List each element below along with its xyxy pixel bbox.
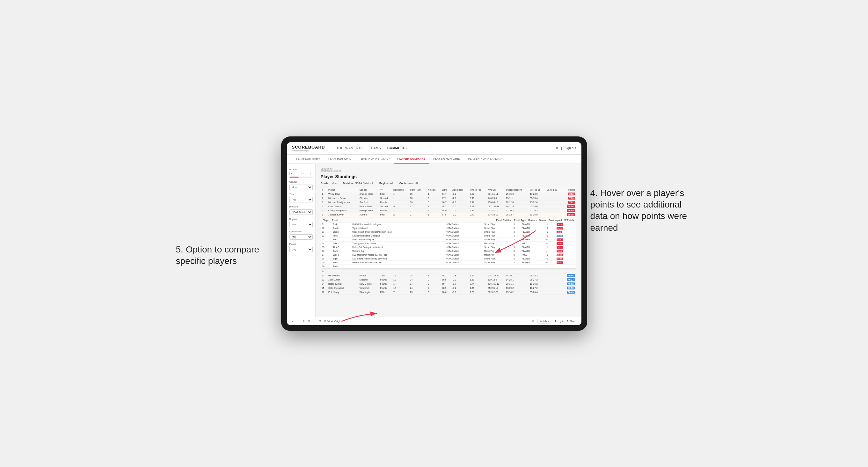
separator: | — [561, 146, 562, 150]
tooltip-table-row: 15 Alex C Fallen Oak Collegiate Invitati… — [321, 245, 576, 249]
conference-label: Conference — [289, 230, 313, 233]
tooltip-row-container: Player Event Event Division Event Type R… — [321, 217, 576, 269]
nav-tournaments[interactable]: TOURNAMENTS — [336, 145, 363, 151]
table-row: 3 Michael Thorbjornsen Stanford Fourth 1… — [321, 200, 576, 204]
refresh-button[interactable]: ⟳ — [303, 320, 305, 322]
sign-out-link[interactable]: Sign out — [564, 146, 576, 150]
tooltip-table-row: 9 Jacks UNCW Seahawk Intercollegiate NCA… — [321, 222, 576, 226]
annotation-bottom-left: 5. Option to compare specific players — [176, 244, 272, 267]
table-row: 24 Bastien Amat New Mexico Fourth 1 27 2… — [321, 282, 576, 286]
sub-nav: TEAM SUMMARY TEAM H2H GRID TEAM H2H HEAT… — [287, 155, 582, 164]
eye-icon: 👁 — [532, 320, 534, 322]
undo-button[interactable]: ↩ — [292, 320, 294, 322]
chevron-down-icon: ▾ — [548, 320, 549, 322]
app-logo: SCOREBOARD — [292, 145, 325, 150]
no-rds-row: - — [289, 172, 313, 175]
redo-button[interactable]: ↪ — [298, 320, 300, 322]
filter-region: Region: All — [379, 182, 393, 185]
sub-nav-team-h2h-heatmap[interactable]: TEAM H2H HEATMAP — [355, 155, 394, 163]
division-select[interactable]: NCAA Division I — [289, 210, 313, 215]
section-title: Player Standings — [321, 174, 576, 179]
standings-table: # Player School Yr Reg Rank Conf Rank No… — [321, 188, 576, 294]
year-label: Year — [289, 193, 313, 195]
sub-nav-player-h2h-grid[interactable]: PLAYER H2H GRID — [429, 155, 464, 163]
tooltip-header: Player Event Event Division Event Type R… — [321, 218, 576, 222]
outer-wrapper: 4. Hover over a player's points to see a… — [259, 136, 610, 331]
nav-teams[interactable]: TEAMS — [369, 145, 381, 151]
tooltip-table-row: 10 Gordc Tiger Invitational NCAA Divisio… — [321, 226, 576, 230]
sub-nav-player-h2h-heatmap[interactable]: PLAYER H2H HEATMAP — [464, 155, 505, 163]
filter-conference: Conference: All — [399, 182, 418, 185]
points-badge-active[interactable]: 58.18 — [567, 213, 575, 216]
sub-nav-player-summary[interactable]: PLAYER SUMMARY — [394, 155, 430, 163]
tooltip-section: Player Event Event Division Event Type R… — [321, 218, 576, 269]
points-badge[interactable]: 40.68 — [567, 274, 575, 277]
table-row: 23 Jack Lundin Missouri Fourth 11 24 0 8… — [321, 278, 576, 282]
tooltip-table-row: 20 Tuch; — [321, 264, 576, 268]
share-icon: ⬆ — [566, 320, 568, 322]
nav-items: TOURNAMENTS TEAMS COMMITTEE — [336, 145, 548, 151]
main-content: No Rds. - Gender Men Women Year — [287, 164, 582, 317]
download-icon[interactable]: ⬇ — [554, 320, 557, 322]
clock-icon[interactable]: ⏱ — [318, 320, 321, 322]
table-row: 26 Petr Hruby Washington Fifth 7 23 0 68… — [321, 290, 576, 294]
points-badge[interactable]: 88.2 — [568, 192, 575, 195]
player-select[interactable]: (All) — [289, 247, 313, 252]
settings-icon: ⚙ — [556, 146, 558, 150]
points-badge[interactable]: 68.94 — [567, 205, 575, 208]
year-select[interactable]: (All) — [289, 197, 313, 203]
table-row: 25 Cole Sherwood Vanderbilt Fourth 12 24… — [321, 286, 576, 290]
filters-row: Gender: Men Division: NCAA Division I Re… — [321, 182, 576, 185]
feedback-icon[interactable]: 💬 — [560, 320, 563, 322]
points-badge[interactable]: 70.2 — [568, 201, 575, 204]
points-badge[interactable]: 38.49 — [567, 291, 575, 293]
points-badge[interactable]: 40.27 — [567, 278, 575, 281]
points-badge[interactable]: 39.95 — [567, 287, 575, 289]
points-badge[interactable]: 60.89 — [567, 209, 575, 212]
content-area: Update time: 27/01/2024 16:56:26 Player … — [316, 164, 582, 317]
tablet-frame: SCOREBOARD Powered by clippi TOURNAMENTS… — [281, 136, 587, 331]
tooltip-table: 9 Jacks UNCW Seahawk Intercollegiate NCA… — [321, 222, 576, 269]
points-badge[interactable]: 40.02 — [567, 282, 575, 285]
table-row: 22 Ian Gilligan Florida Third 10 24 1 68… — [321, 274, 576, 278]
view-original-button[interactable]: ⊞ View: Original — [324, 320, 343, 322]
region-select[interactable]: N/A — [289, 222, 313, 227]
copy-button[interactable]: ⧉ — [308, 319, 310, 322]
tooltip-table-row: 19 Mattr Mirabel Maui Jim Intercollegiat… — [321, 260, 576, 264]
sub-nav-team-summary[interactable]: TEAM SUMMARY — [292, 155, 324, 163]
tooltip-table-row: 14 Jake I The Cypress Point Classic NCAA… — [321, 241, 576, 245]
slider-track[interactable] — [289, 177, 313, 178]
table-row: 4 Luke Clanton Florida State Second 5 27… — [321, 204, 576, 209]
no-rds-label: No Rds. — [289, 168, 313, 170]
division-label: Division — [289, 206, 313, 208]
header-right: ⚙ | Sign out — [556, 146, 576, 150]
tooltip-table-row: 11 Brend Wake Forest Invitational at Pin… — [321, 230, 576, 234]
annotation-top-right: 4. Hover over a player's points to see a… — [590, 187, 699, 234]
filter-gender: Gender: Men — [321, 182, 337, 185]
tooltip-table-row: 18 Tiger SEC Stroke Play hosted by Jerry… — [321, 257, 576, 260]
table-row: 1 Wenyi Ding Arizona State First 1 15 1 … — [321, 192, 576, 196]
table-row: 21 — [321, 269, 576, 274]
powered-by: Powered by clippi — [292, 150, 325, 152]
player-label: Player — [289, 243, 313, 245]
gender-select[interactable]: Men Women — [289, 185, 313, 190]
logo-area: SCOREBOARD Powered by clippi — [292, 145, 325, 152]
no-rds-from-input[interactable] — [289, 172, 298, 175]
slider-fill — [289, 177, 299, 178]
share-button[interactable]: ⬆ Share — [566, 320, 576, 322]
tablet-screen: SCOREBOARD Powered by clippi TOURNAMENTS… — [287, 142, 582, 325]
table-row: 2 Michael La Sasso Ole Miss Second 1 18 … — [321, 196, 576, 200]
tooltip-table-row: 12 Pitch Southern Highlands Collegiate N… — [321, 234, 576, 238]
nav-committee[interactable]: COMMITTEE — [387, 145, 408, 151]
more-button[interactable]: ··· — [313, 320, 316, 322]
sidebar: No Rds. - Gender Men Women Year — [287, 164, 316, 317]
tooltip-table-row: 13 Marc Amer Am Intercollegiate NCAA Div… — [321, 238, 576, 241]
watch-button[interactable]: Watch ▾ — [537, 319, 551, 323]
sub-nav-team-h2h-grid[interactable]: TEAM H2H GRID — [324, 155, 355, 163]
conference-select[interactable]: (All) — [289, 234, 313, 240]
points-badge[interactable]: 76.3 — [568, 197, 575, 199]
bottom-toolbar: ↩ ↪ ⟳ ⧉ ··· ⏱ ⊞ View: Original 👁 Watch ▾… — [287, 317, 582, 325]
grid-icon: ⊞ — [324, 320, 327, 322]
app-header: SCOREBOARD Powered by clippi TOURNAMENTS… — [287, 142, 582, 155]
no-rds-to-input[interactable] — [302, 172, 310, 175]
